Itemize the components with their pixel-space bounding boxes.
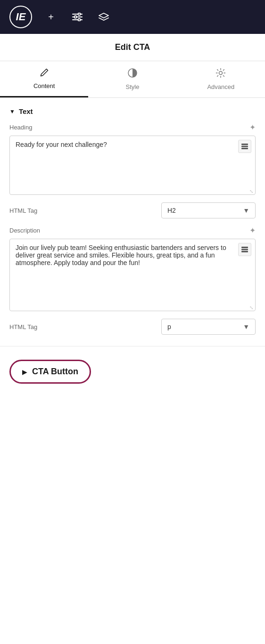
description-textarea[interactable]: Join our lively pub team! Seeking enthus…: [10, 239, 255, 309]
text-section-heading: ▼ Text: [0, 98, 265, 123]
tab-style-label: Style: [126, 83, 140, 90]
heading-html-tag-label: HTML Tag: [9, 207, 37, 214]
resize-handle: ⤡: [249, 189, 254, 193]
svg-point-1: [78, 13, 81, 16]
description-textarea-wrapper: Join our lively pub team! Seeking enthus…: [9, 239, 256, 311]
resize-handle-desc: ⤡: [249, 305, 254, 310]
description-field-group: Description ✦ Join our lively pub team! …: [0, 226, 265, 319]
layers-icon[interactable]: [96, 9, 111, 24]
desc-dropdown-arrow-icon: ▼: [243, 323, 249, 330]
heading-html-tag-value: H2: [167, 207, 176, 214]
svg-rect-9: [241, 146, 248, 147]
svg-point-7: [219, 72, 223, 75]
cta-triangle-icon: ▶: [22, 368, 27, 376]
pencil-icon: [40, 68, 49, 80]
heading-label: Heading: [9, 124, 32, 131]
cta-button-section: ▶ CTA Button: [0, 350, 265, 393]
toolbar: IE +: [0, 0, 265, 34]
chevron-down-icon: ▼: [9, 108, 15, 115]
filters-icon[interactable]: [70, 9, 85, 24]
heading-textarea[interactable]: Ready for your next challenge?: [10, 136, 255, 193]
dropdown-arrow-icon: ▼: [243, 207, 249, 214]
section-divider: [0, 346, 265, 346]
description-html-tag-row: HTML Tag p ▼: [0, 319, 265, 342]
tab-advanced[interactable]: Advanced: [177, 61, 265, 97]
style-icon: [127, 68, 138, 80]
panel-header: Edit CTA: [0, 34, 265, 61]
tab-content[interactable]: Content: [0, 61, 88, 97]
heading-html-tag-select[interactable]: H2 ▼: [161, 202, 256, 218]
ai-sparkle-icon[interactable]: ✦: [249, 123, 256, 132]
tab-content-label: Content: [33, 82, 55, 89]
description-label-row: Description ✦: [9, 226, 256, 235]
tab-advanced-label: Advanced: [207, 83, 234, 90]
gear-icon: [215, 68, 226, 80]
svg-rect-12: [241, 249, 248, 250]
tabs-container: Content Style Advanced: [0, 61, 265, 98]
svg-rect-11: [241, 247, 248, 248]
svg-point-3: [75, 16, 77, 18]
tab-style[interactable]: Style: [88, 61, 176, 97]
description-html-tag-label: HTML Tag: [9, 323, 37, 330]
heading-stack-icon[interactable]: [238, 140, 251, 153]
panel-content: ▼ Text Heading ✦ Ready for your next cha…: [0, 98, 265, 393]
description-label: Description: [9, 227, 40, 234]
elementor-logo[interactable]: IE: [9, 6, 32, 28]
logo-text: IE: [16, 11, 26, 23]
svg-point-5: [78, 19, 81, 21]
heading-textarea-wrapper: Ready for your next challenge? ⤡: [9, 136, 256, 195]
description-html-tag-value: p: [167, 323, 171, 330]
description-html-tag-select[interactable]: p ▼: [161, 319, 256, 335]
add-element-button[interactable]: +: [43, 9, 58, 24]
panel-title: Edit CTA: [9, 42, 256, 52]
cta-button-label: CTA Button: [32, 367, 78, 377]
description-stack-icon[interactable]: [238, 243, 251, 256]
heading-label-row: Heading ✦: [9, 123, 256, 132]
svg-rect-8: [241, 144, 248, 145]
text-section-label: Text: [19, 107, 33, 115]
svg-rect-10: [241, 148, 248, 149]
heading-field-group: Heading ✦ Ready for your next challenge?…: [0, 123, 265, 202]
description-ai-sparkle-icon[interactable]: ✦: [249, 226, 256, 235]
cta-button-toggle[interactable]: ▶ CTA Button: [9, 360, 91, 384]
svg-rect-13: [241, 251, 248, 252]
heading-html-tag-row: HTML Tag H2 ▼: [0, 202, 265, 226]
